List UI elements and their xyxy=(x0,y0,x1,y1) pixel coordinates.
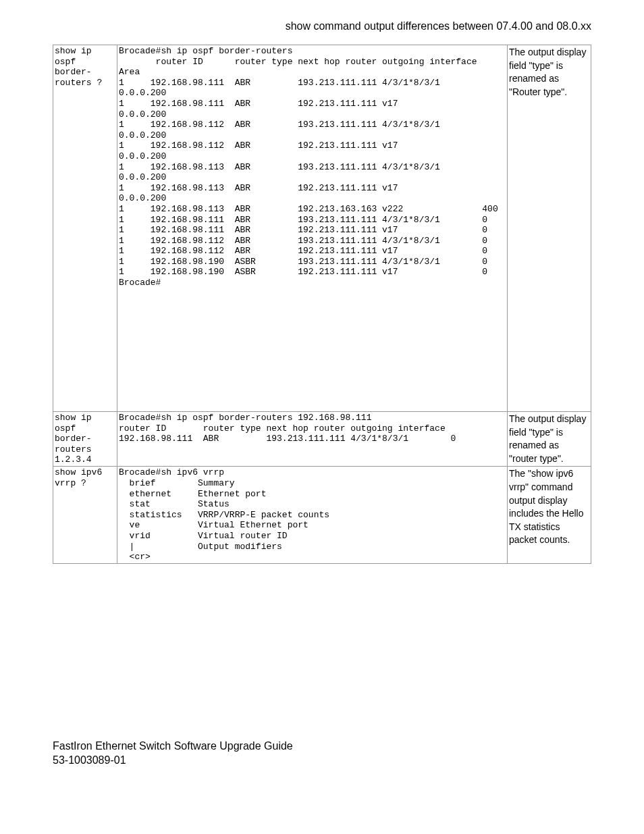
notes-cell: The output display field "type" is renam… xyxy=(508,45,591,412)
page-footer: FastIron Ethernet Switch Software Upgrad… xyxy=(53,739,591,768)
header-title: show command output differences between … xyxy=(286,20,591,32)
page-header: show command output differences between … xyxy=(53,20,591,32)
output-cell: Brocade#sh ip ospf border-routers 192.16… xyxy=(117,412,508,467)
table-row: show ipv6 vrrp ? Brocade#sh ipv6 vrrp br… xyxy=(53,467,591,563)
document-page: show command output differences between … xyxy=(0,0,644,794)
notes-cell: The output display field "type" is renam… xyxy=(508,412,591,467)
diff-table: show ip ospf border- routers ? Brocade#s… xyxy=(53,45,591,564)
notes-cell: The "show ipv6 vrrp" command output disp… xyxy=(508,467,591,563)
command-cell: show ip ospf border- routers ? xyxy=(53,45,117,412)
footer-docnum: 53-1003089-01 xyxy=(53,754,591,768)
footer-title: FastIron Ethernet Switch Software Upgrad… xyxy=(53,739,591,754)
output-cell: Brocade#sh ip ospf border-routers router… xyxy=(117,45,508,412)
command-cell: show ipv6 vrrp ? xyxy=(53,467,117,563)
command-cell: show ip ospf border- routers 1.2.3.4 xyxy=(53,412,117,467)
table-row: show ip ospf border- routers ? Brocade#s… xyxy=(53,45,591,412)
output-cell: Brocade#sh ipv6 vrrp brief Summary ether… xyxy=(117,467,508,563)
table-row: show ip ospf border- routers 1.2.3.4 Bro… xyxy=(53,412,591,467)
